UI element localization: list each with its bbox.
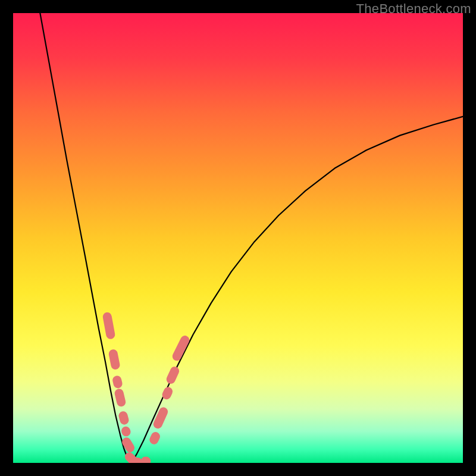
gradient-background (13, 13, 463, 463)
marker-pill (129, 458, 142, 463)
chart-svg (13, 13, 463, 463)
chart-frame: TheBottleneck.com (0, 0, 476, 476)
plot-area (13, 13, 463, 463)
